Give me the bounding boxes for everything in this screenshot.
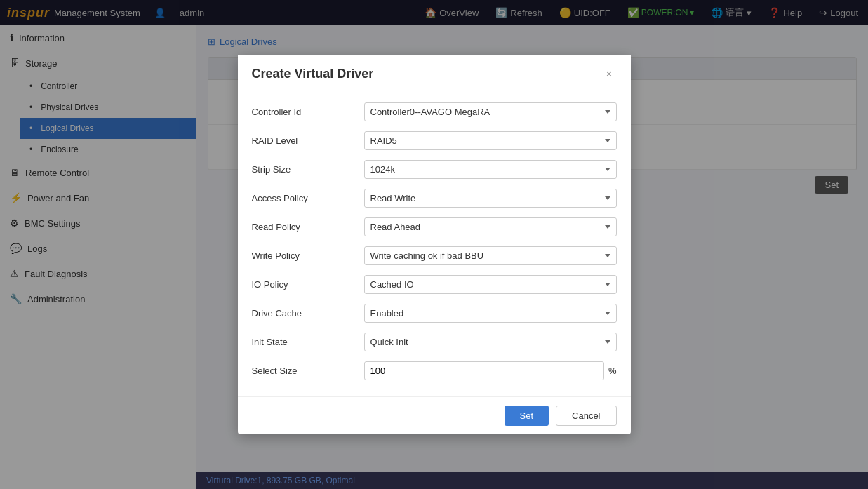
main-content: ⊞ Logical Drives Value 3 893.75 GB Read … (196, 25, 868, 489)
modal-set-button[interactable]: Set (505, 406, 549, 426)
form-row-drive-cache: Drive Cache Enabled Disabled Default (252, 304, 617, 323)
form-row-raid-level: RAID Level RAID5 RAID0 RAID1 RAID6 RAID1… (252, 131, 617, 150)
label-read-policy: Read Policy (252, 222, 364, 232)
modal-header: Create Virtual Driver × (238, 55, 631, 91)
layout: ℹ Information 🗄 Storage Controller Physi… (0, 25, 868, 489)
label-drive-cache: Drive Cache (252, 308, 364, 319)
form-row-write-policy: Write Policy Write caching ok if bad BBU… (252, 246, 617, 265)
select-strip-size[interactable]: 1024k 512k 256k 128k 64k (364, 160, 617, 179)
input-select-size[interactable] (364, 361, 604, 380)
label-raid-level: RAID Level (252, 135, 364, 146)
form-row-read-policy: Read Policy Read Ahead No Read Ahead Ada… (252, 217, 617, 236)
select-size-suffix: % (608, 366, 617, 376)
modal: Create Virtual Driver × Controller Id Co… (238, 55, 631, 434)
label-select-size: Select Size (252, 366, 364, 376)
modal-title: Create Virtual Driver (252, 67, 374, 81)
label-access-policy: Access Policy (252, 193, 364, 203)
select-drive-cache[interactable]: Enabled Disabled Default (364, 304, 617, 323)
select-raid-level[interactable]: RAID5 RAID0 RAID1 RAID6 RAID10 (364, 131, 617, 150)
label-init-state: Init State (252, 337, 364, 347)
select-init-state[interactable]: Quick Init Full Init No Init (364, 333, 617, 351)
select-access-policy[interactable]: Read Write Read Only Blocked (364, 189, 617, 208)
select-write-policy[interactable]: Write caching ok if bad BBU Write Back W… (364, 246, 617, 265)
modal-footer: Set Cancel (238, 396, 631, 434)
label-controller-id: Controller Id (252, 107, 364, 117)
form-row-init-state: Init State Quick Init Full Init No Init (252, 333, 617, 351)
form-row-controller-id: Controller Id Controller0--AVAGO MegaRA (252, 102, 617, 121)
select-read-policy[interactable]: Read Ahead No Read Ahead Adaptive Read A… (364, 217, 617, 236)
modal-close-button[interactable]: × (601, 67, 616, 82)
label-io-policy: IO Policy (252, 279, 364, 290)
select-io-policy[interactable]: Cached IO Direct IO (364, 275, 617, 294)
form-row-strip-size: Strip Size 1024k 512k 256k 128k 64k (252, 160, 617, 179)
label-write-policy: Write Policy (252, 250, 364, 261)
form-row-access-policy: Access Policy Read Write Read Only Block… (252, 189, 617, 208)
form-row-select-size: Select Size % (252, 361, 617, 380)
modal-overlay: Create Virtual Driver × Controller Id Co… (196, 25, 868, 489)
modal-body: Controller Id Controller0--AVAGO MegaRA … (238, 91, 631, 396)
label-strip-size: Strip Size (252, 164, 364, 175)
modal-cancel-button[interactable]: Cancel (556, 406, 616, 426)
form-row-io-policy: IO Policy Cached IO Direct IO (252, 275, 617, 294)
select-controller-id[interactable]: Controller0--AVAGO MegaRA (364, 102, 617, 121)
